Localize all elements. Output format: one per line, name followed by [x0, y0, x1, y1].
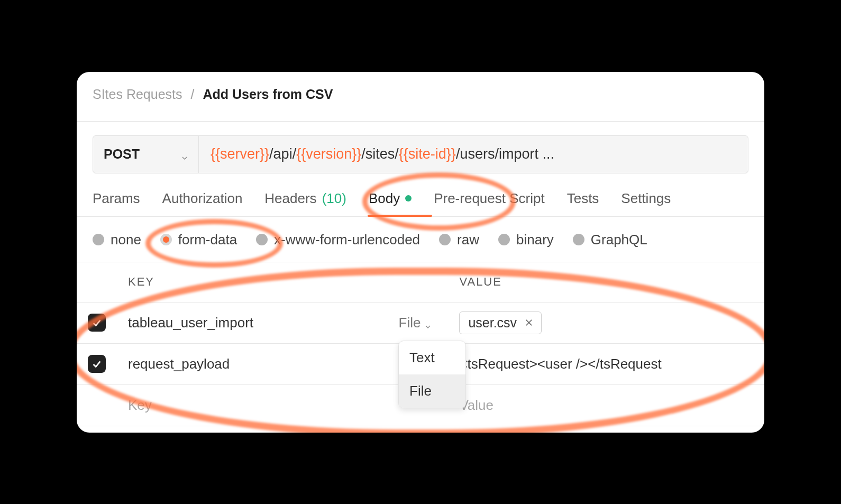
key-placeholder[interactable]: Key	[117, 397, 152, 414]
breadcrumb-parent[interactable]: SItes Requests	[93, 87, 182, 102]
tab-headers[interactable]: Headers (10)	[264, 190, 346, 216]
body-type-none[interactable]: none	[93, 232, 141, 248]
radio-icon	[160, 234, 172, 245]
dropdown-option-text[interactable]: Text	[399, 341, 465, 374]
request-url-bar: POST {{server}}/api/{{version}}/sites/{{…	[93, 135, 748, 173]
body-type-urlencoded[interactable]: x-www-form-urlencoded	[256, 232, 420, 248]
file-chip[interactable]: user.csv	[459, 311, 542, 334]
tab-body[interactable]: Body	[369, 190, 412, 216]
headers-count: (10)	[322, 190, 346, 207]
radio-icon	[439, 234, 451, 245]
request-url-input[interactable]: {{server}}/api/{{version}}/sites/{{site-…	[199, 146, 748, 162]
chevron-down-icon	[180, 150, 189, 159]
breadcrumb-current: Add Users from CSV	[203, 87, 333, 102]
row-checkbox[interactable]	[88, 314, 106, 332]
row-key[interactable]: request_payload	[117, 356, 230, 372]
request-panel: SItes Requests / Add Users from CSV POST…	[77, 72, 764, 433]
radio-icon	[256, 234, 268, 245]
breadcrumb-separator: /	[191, 87, 195, 102]
tab-settings[interactable]: Settings	[621, 190, 671, 216]
tab-pre-request[interactable]: Pre-request Script	[434, 190, 545, 216]
radio-icon	[573, 234, 584, 245]
body-active-dot-icon	[405, 195, 412, 201]
http-method-label: POST	[104, 146, 140, 162]
url-var-site-id: {{site-id}}	[399, 146, 456, 162]
value-type-dropdown[interactable]: Text File	[398, 341, 466, 408]
url-var-version: {{version}}	[296, 146, 361, 162]
tab-tests[interactable]: Tests	[567, 190, 599, 216]
dropdown-option-file[interactable]: File	[399, 374, 465, 408]
divider	[77, 121, 764, 122]
body-type-raw[interactable]: raw	[439, 232, 479, 248]
tab-params[interactable]: Params	[93, 190, 140, 216]
col-header-value: VALUE	[459, 275, 502, 288]
row-key[interactable]: tableau_user_import	[117, 315, 253, 331]
table-row: tableau_user_import File user.csv	[77, 303, 764, 344]
http-method-selector[interactable]: POST	[93, 136, 199, 173]
breadcrumb: SItes Requests / Add Users from CSV	[77, 72, 764, 109]
radio-icon	[498, 234, 510, 245]
body-type-binary[interactable]: binary	[498, 232, 554, 248]
body-type-graphql[interactable]: GraphQL	[573, 232, 647, 248]
body-type-radios: none form-data x-www-form-urlencoded raw…	[77, 217, 764, 262]
row-type-selector[interactable]: File	[399, 315, 433, 331]
radio-icon	[93, 234, 104, 245]
chevron-down-icon	[424, 318, 432, 327]
close-icon[interactable]	[524, 318, 534, 327]
table-header-row: KEY VALUE	[77, 262, 764, 303]
col-header-key: KEY	[117, 275, 154, 289]
row-checkbox[interactable]	[88, 355, 106, 373]
row-value[interactable]: <tsRequest><user /></tsRequest	[459, 356, 661, 372]
body-type-form-data[interactable]: form-data	[160, 232, 237, 248]
url-var-server: {{server}}	[211, 146, 269, 162]
tab-authorization[interactable]: Authorization	[162, 190, 243, 216]
request-tabs: Params Authorization Headers (10) Body P…	[77, 173, 764, 217]
